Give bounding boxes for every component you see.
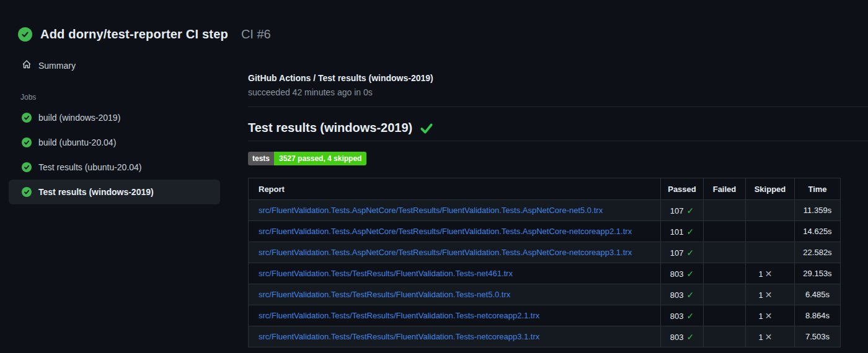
divider [248,107,868,107]
job-label: Test results (windows-2019) [38,187,154,197]
report-link[interactable]: src/FluentValidation.Tests/TestResults/F… [259,332,539,341]
table-row: src/FluentValidation.Tests/TestResults/F… [249,263,841,284]
skipped-count: 1✕ [746,263,795,284]
success-check-circle-icon [22,187,32,197]
success-check-circle-icon [18,27,32,41]
table-row: src/FluentValidation.Tests/TestResults/F… [249,305,841,326]
run-number: CI #6 [241,27,271,41]
report-link[interactable]: src/FluentValidation.Tests.AspNetCore/Te… [259,227,632,236]
table-row: src/FluentValidation.Tests.AspNetCore/Te… [249,242,841,263]
run-sidebar: Summary Jobs build (windows-2019) build … [0,50,242,204]
check-icon: ✓ [686,248,694,258]
report-link[interactable]: src/FluentValidation.Tests/TestResults/F… [259,290,510,299]
workflow-run-header: Add dorny/test-reporter CI step CI #6 [0,0,868,50]
check-icon: ✓ [686,227,694,237]
report-link[interactable]: src/FluentValidation.Tests/TestResults/F… [259,311,539,320]
check-icon: ✓ [686,332,694,342]
failed-count [704,221,746,242]
column-header-time: Time [795,178,841,200]
failed-count [704,242,746,263]
passed-count: 803 [670,333,684,342]
column-header-report: Report [249,178,661,200]
column-header-failed: Failed [704,178,746,200]
time-value: 29.153s [795,263,841,284]
check-icon: ✓ [686,311,694,321]
table-row: src/FluentValidation.Tests/TestResults/F… [249,326,841,347]
cross-icon: ✕ [765,332,773,342]
time-value: 7.503s [795,326,841,347]
sidebar-job-build-ubuntu-20-04[interactable]: build (ubuntu-20.04) [9,130,220,155]
passed-count: 803 [670,269,684,279]
cross-icon: ✕ [765,290,773,300]
sidebar-job-test-results-windows-2019[interactable]: Test results (windows-2019) [9,180,220,204]
failed-count [704,326,746,347]
run-title: Add dorny/test-reporter CI step [40,27,228,41]
sidebar-item-summary[interactable]: Summary [0,54,242,76]
table-header-row: Report Passed Failed Skipped Time [249,178,841,200]
check-run-status: succeeded 42 minutes ago in 0s [248,87,868,97]
table-row: src/FluentValidation.Tests/TestResults/F… [249,284,841,305]
skipped-count [746,242,795,263]
report-link[interactable]: src/FluentValidation.Tests.AspNetCore/Te… [259,248,632,257]
column-header-skipped: Skipped [746,178,795,200]
skipped-count: 1✕ [746,326,795,347]
cross-icon: ✕ [765,269,773,279]
time-value: 14.625s [795,221,841,242]
passed-count: 803 [670,290,684,300]
job-label: build (windows-2019) [38,113,120,123]
skipped-count: 1✕ [746,305,795,326]
passed-count: 107 [670,206,684,216]
check-icon: ✓ [686,269,694,279]
table-row: src/FluentValidation.Tests.AspNetCore/Te… [249,221,841,242]
failed-count [704,200,746,221]
section-title-row: Test results (windows-2019) [248,121,868,141]
failed-count [704,263,746,284]
sidebar-job-test-results-ubuntu-20-04[interactable]: Test results (ubuntu-20.04) [9,155,220,180]
section-title-text: Test results (windows-2019) [248,121,412,135]
test-results-table: Report Passed Failed Skipped Time src/Fl… [248,178,841,347]
time-value: 8.864s [795,305,841,326]
table-row: src/FluentValidation.Tests.AspNetCore/Te… [249,200,841,221]
success-check-icon [420,121,433,135]
passed-count: 803 [670,312,684,321]
sidebar-job-build-windows-2019[interactable]: build (windows-2019) [9,105,220,130]
cross-icon: ✕ [765,311,773,321]
time-value: 6.485s [795,284,841,305]
passed-count: 107 [670,248,684,258]
success-check-circle-icon [22,137,32,147]
jobs-section-label: Jobs [0,76,242,105]
skipped-count [746,221,795,242]
failed-count [704,305,746,326]
success-check-circle-icon [22,162,32,172]
badge-label: tests [248,152,274,165]
badge-value: 3527 passed, 4 skipped [274,152,366,165]
skipped-count [746,200,795,221]
passed-count: 101 [670,227,684,237]
check-run-content: GitHub Actions / Test results (windows-2… [242,50,868,347]
report-link[interactable]: src/FluentValidation.Tests.AspNetCore/Te… [259,206,603,215]
time-value: 11.359s [795,200,841,221]
report-link[interactable]: src/FluentValidation.Tests/TestResults/F… [259,269,513,278]
column-header-passed: Passed [661,178,704,200]
check-icon: ✓ [686,290,694,300]
job-label: build (ubuntu-20.04) [38,137,116,147]
failed-count [704,284,746,305]
success-check-circle-icon [22,113,32,123]
tests-badge[interactable]: tests 3527 passed, 4 skipped [248,152,366,165]
skipped-count: 1✕ [746,284,795,305]
check-icon: ✓ [686,206,694,216]
summary-label: Summary [38,61,76,71]
time-value: 22.582s [795,242,841,263]
home-icon [22,59,32,71]
check-run-title: GitHub Actions / Test results (windows-2… [248,73,868,83]
job-label: Test results (ubuntu-20.04) [38,162,142,172]
